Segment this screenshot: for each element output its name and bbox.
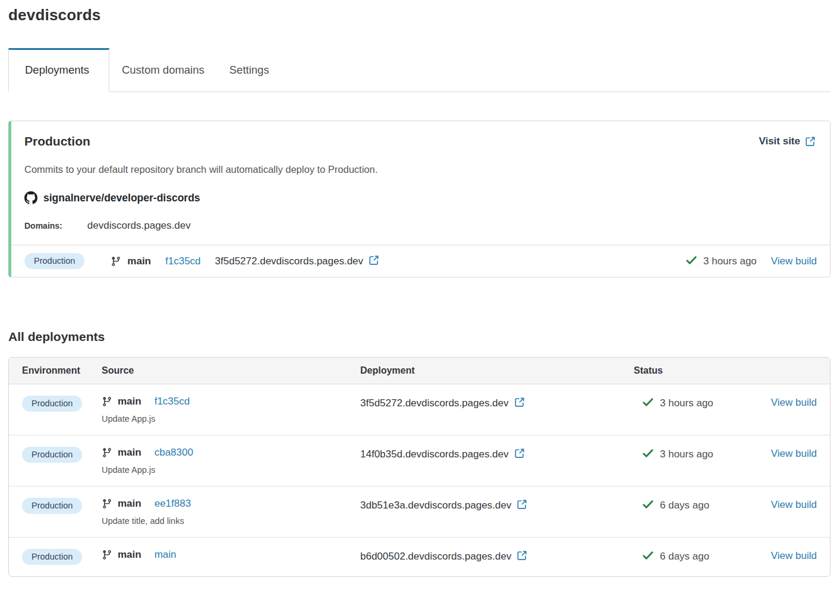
commit-message: Update title, add links: [102, 516, 360, 526]
domains-row: Domains: devdiscords.pages.dev: [24, 220, 816, 245]
branch-name: main: [118, 549, 141, 561]
tab-custom-domains[interactable]: Custom domains: [109, 48, 217, 91]
view-build-link[interactable]: View build: [771, 255, 817, 267]
success-check-icon: [642, 498, 654, 513]
deployment-url: b6d00502.devdiscords.pages.dev: [360, 551, 511, 563]
table-row: Production main f1c35cd Update App.js 3f…: [9, 384, 830, 435]
status-time: 6 days ago: [660, 551, 709, 563]
environment-badge: Production: [22, 447, 82, 463]
git-branch-icon: [102, 396, 112, 407]
commit-link[interactable]: f1c35cd: [155, 396, 190, 407]
tab-deployments[interactable]: Deployments: [8, 48, 109, 92]
external-link-icon[interactable]: [514, 397, 525, 410]
git-branch-icon: [111, 256, 121, 267]
success-check-icon: [642, 396, 654, 410]
external-link-icon[interactable]: [517, 499, 527, 512]
table-header: Environment Source Deployment Status: [9, 358, 830, 384]
success-check-icon: [642, 447, 654, 462]
view-build-link[interactable]: View build: [771, 448, 817, 459]
status-time: 3 hours ago: [660, 397, 713, 409]
view-build-link[interactable]: View build: [771, 499, 817, 510]
domains-label: Domains:: [24, 221, 62, 230]
branch-name: main: [127, 255, 151, 267]
status-time: 3 hours ago: [660, 448, 713, 460]
branch-name: main: [118, 498, 141, 510]
visit-site-link[interactable]: Visit site: [759, 135, 816, 147]
page-title: devdiscords: [8, 6, 830, 24]
environment-badge: Production: [22, 498, 82, 514]
git-branch-icon: [102, 498, 112, 509]
deployment-url: 3db51e3a.devdiscords.pages.dev: [360, 500, 511, 511]
deployments-table-body: Production main f1c35cd Update App.js 3f…: [9, 384, 830, 576]
repo-name[interactable]: signalnerve/developer-discords: [43, 192, 200, 204]
view-build-link[interactable]: View build: [771, 397, 817, 408]
column-header-source: Source: [102, 365, 360, 376]
visit-site-label: Visit site: [759, 135, 800, 147]
production-description: Commits to your default repository branc…: [24, 164, 816, 175]
environment-badge: Production: [22, 396, 82, 412]
commit-link[interactable]: main: [155, 549, 177, 561]
commit-message: Update App.js: [102, 465, 360, 475]
commit-message: Update App.js: [102, 414, 360, 424]
all-deployments-title: All deployments: [8, 330, 830, 344]
table-row: Production main main b6d00502.devdiscord…: [9, 538, 830, 576]
git-branch-icon: [102, 549, 112, 560]
deployment-url: 3f5d5272.devdiscords.pages.dev: [215, 255, 364, 267]
external-link-icon: [805, 136, 816, 147]
tab-settings[interactable]: Settings: [217, 48, 282, 91]
success-check-icon: [685, 254, 697, 268]
deployments-table: Environment Source Deployment Status Pro…: [8, 357, 830, 577]
production-card-title: Production: [24, 134, 90, 149]
success-check-icon: [642, 549, 654, 564]
commit-link[interactable]: cba8300: [155, 447, 193, 459]
column-header-status: Status: [634, 365, 763, 376]
github-icon: [24, 191, 37, 204]
tab-bar: Deployments Custom domains Settings: [8, 48, 830, 92]
branch-name: main: [118, 447, 141, 459]
status-time: 3 hours ago: [703, 255, 757, 267]
production-deployment-row: Production main f1c35cd 3f5d5272.devdisc…: [11, 245, 830, 277]
repo-row: signalnerve/developer-discords: [24, 191, 816, 204]
environment-badge: Production: [24, 253, 84, 269]
deployment-url: 14f0b35d.devdiscords.pages.dev: [360, 448, 509, 460]
table-row: Production main cba8300 Update App.js 14…: [9, 435, 830, 487]
status-time: 6 days ago: [660, 500, 709, 511]
column-header-environment: Environment: [22, 365, 102, 376]
external-link-icon[interactable]: [369, 255, 379, 268]
commit-link[interactable]: ee1f883: [155, 498, 191, 510]
external-link-icon[interactable]: [514, 448, 525, 461]
page-root: devdiscords Deployments Custom domains S…: [0, 0, 840, 589]
view-build-link[interactable]: View build: [771, 550, 817, 561]
column-header-deployment: Deployment: [360, 365, 634, 376]
production-card: Production Visit site Commits to your de…: [8, 121, 830, 277]
deployment-url: 3f5d5272.devdiscords.pages.dev: [360, 397, 509, 409]
commit-link[interactable]: f1c35cd: [165, 255, 201, 267]
domains-value: devdiscords.pages.dev: [87, 220, 191, 232]
table-row: Production main ee1f883 Update title, ad…: [9, 487, 830, 538]
external-link-icon[interactable]: [517, 550, 527, 563]
branch-name: main: [118, 396, 141, 407]
environment-badge: Production: [22, 549, 82, 565]
git-branch-icon: [102, 447, 112, 458]
